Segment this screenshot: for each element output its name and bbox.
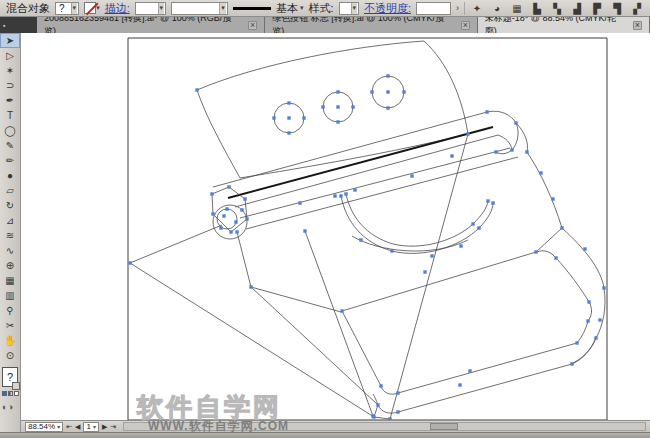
anchor-point[interactable] (494, 150, 497, 153)
anchor-point[interactable] (333, 194, 336, 197)
blob-brush-tool[interactable]: ● (0, 168, 20, 183)
anchor-point[interactable] (551, 197, 554, 200)
selection-tool[interactable]: ➤ (0, 33, 20, 48)
anchor-point[interactable] (222, 214, 225, 217)
paintbrush-tool[interactable]: ✎ (0, 138, 20, 153)
stroke-swatch-icon[interactable] (12, 382, 20, 390)
anchor-point[interactable] (287, 116, 290, 119)
style-dropdown[interactable]: ▾ (339, 2, 360, 15)
anchor-point[interactable] (396, 410, 399, 413)
anchor-point[interactable] (390, 249, 393, 252)
anchor-point[interactable] (359, 238, 362, 241)
graph-tool[interactable]: ▥ (0, 288, 20, 303)
anchor-point[interactable] (602, 286, 605, 289)
opacity-input[interactable] (416, 2, 451, 15)
anchor-point[interactable] (459, 244, 462, 247)
rotate-tool[interactable]: ↻ (0, 198, 20, 213)
anchor-point[interactable] (227, 185, 230, 188)
last-artboard-button[interactable]: ⇥ (110, 423, 116, 431)
artwork-path[interactable] (346, 194, 488, 246)
artwork-circle[interactable] (217, 209, 237, 229)
anchor-point[interactable] (471, 222, 474, 225)
anchor-point[interactable] (219, 226, 222, 229)
type-tool[interactable]: T (0, 108, 20, 123)
anchor-point[interactable] (370, 90, 373, 93)
anchor-point[interactable] (386, 74, 389, 77)
stroke-color-dropdown[interactable]: ▾ (84, 2, 100, 14)
horizontal-scrollbar[interactable] (123, 422, 646, 431)
artwork-path[interactable] (342, 251, 592, 394)
anchor-point[interactable] (344, 192, 347, 195)
anchor-point[interactable] (302, 116, 305, 119)
anchor-point[interactable] (243, 197, 246, 200)
anchor-point[interactable] (486, 199, 489, 202)
none-button[interactable] (14, 391, 19, 396)
scale-tool[interactable]: ⊿ (0, 213, 20, 228)
lasso-tool[interactable]: ⊃ (0, 78, 20, 93)
screen-mode-icon[interactable]: ◑ (7, 402, 12, 412)
anchor-point[interactable] (287, 131, 290, 134)
distribute-bottom-icon[interactable]: ▞ (630, 3, 644, 14)
help-dropdown[interactable]: ? ▾ (55, 2, 79, 15)
anchor-point[interactable] (598, 318, 601, 321)
artwork-path[interactable] (235, 135, 498, 207)
close-icon[interactable]: × (248, 21, 257, 30)
document-tab-3[interactable]: 未标题-18* @ 88.54% (CMYK/轮廓)× (478, 17, 650, 33)
align-horizontal-left-icon[interactable]: ▙ (530, 3, 544, 14)
anchor-point[interactable] (396, 391, 399, 394)
anchor-point[interactable] (450, 154, 453, 157)
artwork-path[interactable] (487, 111, 518, 154)
anchor-point[interactable] (539, 171, 542, 174)
artwork-path[interactable] (130, 225, 222, 263)
anchor-point[interactable] (229, 230, 232, 233)
anchor-point[interactable] (554, 256, 557, 259)
anchor-point[interactable] (534, 250, 537, 253)
blend-tool[interactable]: ∿ (0, 243, 20, 258)
anchor-point[interactable] (225, 207, 228, 210)
anchor-point[interactable] (485, 110, 488, 113)
anchor-point[interactable] (410, 174, 413, 177)
anchor-point[interactable] (211, 212, 214, 215)
align-panel-icon[interactable]: ▦ (510, 3, 524, 14)
opacity-spinner-icon[interactable]: › (456, 3, 459, 13)
zoom-tool[interactable]: ⊙ (0, 348, 20, 363)
anchor-point[interactable] (491, 201, 494, 204)
eyedropper-tool[interactable]: ⚲ (0, 303, 20, 318)
anchor-point[interactable] (321, 105, 324, 108)
anchor-point[interactable] (514, 121, 517, 124)
gradient-button[interactable] (8, 391, 13, 396)
anchor-point[interactable] (272, 116, 275, 119)
anchor-point[interactable] (249, 285, 252, 288)
color-button[interactable] (2, 391, 7, 396)
anchor-point[interactable] (586, 319, 589, 322)
anchor-point[interactable] (376, 403, 379, 406)
magic-wand-tool[interactable]: ✶ (0, 63, 20, 78)
pencil-tool[interactable]: ✏ (0, 153, 20, 168)
close-icon[interactable]: × (461, 21, 470, 30)
anchor-point[interactable] (235, 230, 238, 233)
stroke-weight-dropdown[interactable]: ▾ (135, 2, 166, 15)
direct-selection-tool[interactable]: ▷ (0, 48, 20, 63)
artwork-path[interactable] (536, 228, 562, 252)
artwork-path[interactable] (237, 232, 251, 287)
anchor-point[interactable] (339, 194, 342, 197)
next-artboard-button[interactable]: ▶ (102, 423, 107, 431)
anchor-point[interactable] (525, 150, 528, 153)
previous-artboard-button[interactable]: ◀ (75, 423, 80, 431)
close-icon[interactable]: × (633, 21, 642, 30)
align-horizontal-center-icon[interactable]: ▚ (550, 3, 564, 14)
anchor-point[interactable] (128, 261, 131, 264)
artwork-path[interactable] (197, 41, 468, 178)
align-horizontal-right-icon[interactable]: ▟ (570, 3, 584, 14)
artwork-path[interactable] (374, 405, 390, 419)
anchor-point[interactable] (351, 105, 354, 108)
anchor-point[interactable] (340, 309, 343, 312)
document-tab-2[interactable]: 绿色按钮 标志 [转换].ai @ 100% (CMYK/预览)× (265, 17, 478, 33)
anchor-point[interactable] (575, 341, 578, 344)
anchor-point[interactable] (336, 120, 339, 123)
anchor-point[interactable] (245, 217, 248, 220)
anchor-point[interactable] (386, 90, 389, 93)
anchor-point[interactable] (583, 247, 586, 250)
artwork-path[interactable] (516, 123, 562, 228)
anchor-point[interactable] (379, 384, 382, 387)
